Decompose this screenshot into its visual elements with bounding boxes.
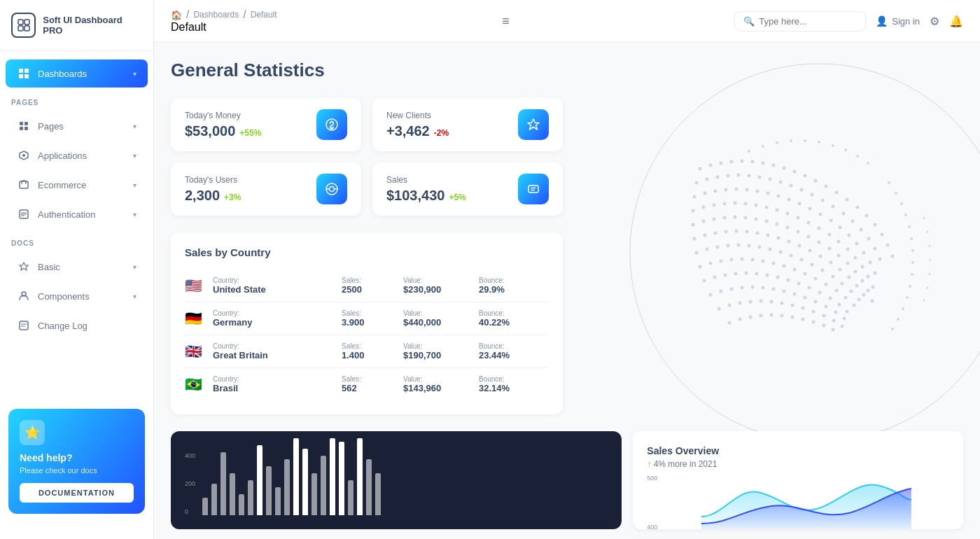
svg-rect-11 <box>24 127 28 130</box>
country-row: 🇩🇪 Country: Germany Sales: 3.900 Value: … <box>185 302 549 335</box>
breadcrumb-default[interactable]: Default <box>251 10 277 20</box>
sidebar-item-pages[interactable]: Pages ▾ <box>6 112 148 140</box>
bar-item <box>312 473 317 515</box>
wave-y-labels: 500 400 <box>647 475 657 529</box>
search-box[interactable]: 🔍 <box>734 11 866 31</box>
svg-rect-10 <box>20 127 23 130</box>
users-icon <box>316 174 347 204</box>
svg-point-261 <box>330 187 335 192</box>
help-star-icon: ⭐ <box>20 420 45 445</box>
stat-value-users: 2,300 <box>185 188 220 204</box>
bar-item <box>202 498 208 515</box>
bar-item <box>302 449 308 515</box>
basic-icon <box>17 260 31 274</box>
bar-item <box>284 459 290 515</box>
sidebar-item-basic[interactable]: Basic ▾ <box>6 253 148 281</box>
svg-rect-7 <box>24 74 29 78</box>
sales-by-country-title: Sales by Country <box>185 246 549 258</box>
page-subtitle: Default <box>171 21 277 34</box>
user-icon: 👤 <box>876 15 888 27</box>
sidebar-item-components[interactable]: Components ▾ <box>6 282 148 310</box>
bar-item <box>348 480 354 515</box>
notifications-icon[interactable]: 🔔 <box>949 15 963 28</box>
ecommerce-label: Ecommerce <box>38 180 86 190</box>
stat-label-users: Today's Users <box>185 175 241 185</box>
country-row: 🇺🇸 Country: United State Sales: 2500 Val… <box>185 270 549 302</box>
breadcrumb-dashboards[interactable]: Dashboards <box>193 10 239 20</box>
search-input[interactable] <box>759 16 857 27</box>
basic-label: Basic <box>38 262 60 272</box>
components-icon <box>17 289 31 303</box>
applications-label: Applications <box>38 150 87 161</box>
sales-icon <box>518 174 549 204</box>
country-flag: 🇩🇪 <box>185 310 207 327</box>
stat-change-users: +3% <box>224 192 241 202</box>
page-title: General Statistics <box>171 59 963 81</box>
topbar-right: 🔍 👤 Sign in ⚙ 🔔 <box>734 11 963 31</box>
sidebar-item-authentication[interactable]: Authentication ▾ <box>6 200 148 228</box>
sidebar-logo: Soft UI Dashboard PRO <box>0 0 153 51</box>
applications-arrow: ▾ <box>133 152 136 160</box>
sales-overview-card: Sales Overview ↑ 4% more in 2021 500 400 <box>633 431 963 529</box>
ecommerce-arrow: ▾ <box>133 181 136 189</box>
country-flag: 🇺🇸 <box>185 277 207 294</box>
country-info: Country: Great Britain <box>213 342 336 360</box>
stat-card-clients: New Clients +3,462 -2% <box>372 98 563 151</box>
country-info: Country: Germany <box>213 309 336 328</box>
main-area: 🏠 / Dashboards / Default Default ≡ 🔍 👤 S… <box>154 0 980 539</box>
svg-rect-3 <box>24 26 29 31</box>
help-card: ⭐ Need help? Please check our docs DOCUM… <box>8 409 145 514</box>
bar-item <box>275 487 281 515</box>
sidebar-item-dashboards[interactable]: Dashboards ▾ <box>6 59 148 88</box>
svg-rect-264 <box>528 186 538 192</box>
bar-item <box>239 494 244 515</box>
stat-info-money: Today's Money $53,000 +55% <box>185 111 261 139</box>
svg-rect-19 <box>20 321 28 330</box>
settings-icon[interactable]: ⚙ <box>930 15 939 28</box>
stats-grid: Today's Money $53,000 +55% <box>171 98 563 216</box>
stat-value-money: $53,000 <box>185 123 235 139</box>
country-info: Country: Brasil <box>213 375 336 393</box>
stat-label-sales: Sales <box>386 175 466 185</box>
breadcrumb: 🏠 / Dashboards / Default <box>171 8 277 21</box>
home-icon: 🏠 <box>171 10 182 20</box>
docs-section-label: DOCS <box>0 230 153 251</box>
stat-card-sales: Sales $103,430 +5% <box>372 162 563 216</box>
svg-rect-8 <box>20 122 23 125</box>
sidebar-item-applications[interactable]: Applications ▾ <box>6 141 148 169</box>
changelog-icon <box>17 318 31 332</box>
documentation-button[interactable]: DOCUMENTATION <box>20 483 134 503</box>
search-icon: 🔍 <box>743 16 755 27</box>
bar-item <box>366 459 372 515</box>
sidebar-item-ecommerce[interactable]: Ecommerce ▾ <box>6 171 148 199</box>
money-icon <box>316 109 347 140</box>
logo-icon <box>11 13 36 38</box>
bar-y-400: 400 <box>185 452 195 459</box>
sign-in-button[interactable]: 👤 Sign in <box>876 15 920 27</box>
bar-item <box>220 452 226 515</box>
stat-card-money: Today's Money $53,000 +55% <box>171 98 361 151</box>
stat-info-users: Today's Users 2,300 +3% <box>185 175 241 204</box>
bar-item <box>211 484 217 515</box>
country-table: 🇺🇸 Country: United State Sales: 2500 Val… <box>185 270 549 400</box>
svg-rect-2 <box>18 26 23 31</box>
bar-item <box>230 473 235 515</box>
pages-label: Pages <box>38 121 64 132</box>
bar-item <box>321 456 326 515</box>
country-flag: 🇬🇧 <box>185 343 207 360</box>
hamburger-icon[interactable]: ≡ <box>496 11 515 31</box>
applications-icon <box>17 148 31 162</box>
clients-icon <box>518 109 549 140</box>
bar-item <box>375 473 381 515</box>
pages-section-label: PAGES <box>0 89 153 111</box>
svg-rect-1 <box>24 20 29 24</box>
stat-change-money: +55% <box>239 128 261 138</box>
topbar-left: 🏠 / Dashboards / Default Default <box>171 8 277 34</box>
authentication-icon <box>17 207 31 221</box>
sales-by-country-card: Sales by Country 🇺🇸 Country: United Stat… <box>171 232 563 414</box>
sidebar-item-changelog[interactable]: Change Log <box>6 312 148 340</box>
components-arrow: ▾ <box>133 293 136 300</box>
wave-chart: 500 400 <box>647 475 949 529</box>
svg-rect-5 <box>24 69 29 73</box>
svg-point-12 <box>22 154 25 157</box>
